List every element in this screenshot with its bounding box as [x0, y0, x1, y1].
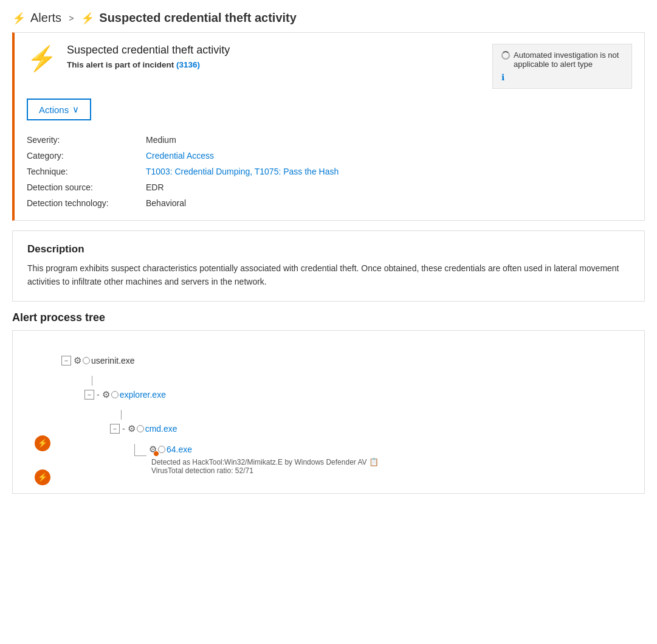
- gear-icon-explorer: ⚙: [102, 389, 110, 400]
- gear-icon-cmd: ⚙: [128, 423, 136, 434]
- incident-link[interactable]: (3136): [176, 60, 200, 69]
- detection-source-value: EDR: [146, 182, 632, 192]
- process-tree-section-title: Alert process tree: [12, 311, 645, 324]
- dash-cmd: -: [122, 424, 125, 434]
- alert-badge-2: ⚡: [35, 469, 50, 485]
- proc-name-explorer[interactable]: explorer.exe: [120, 390, 166, 400]
- alert-badge-1: ⚡: [35, 435, 50, 451]
- breadcrumb-alerts[interactable]: Alerts: [30, 11, 61, 25]
- breadcrumb-separator: >: [69, 13, 74, 23]
- proc-name-64[interactable]: 64.exe: [167, 445, 192, 454]
- virus-total-text: VirusTotal detection ratio: 52/71: [151, 466, 379, 475]
- detection-tech-label: Detection technology:: [27, 198, 136, 208]
- gear-icon-userinit: ⚙: [74, 355, 81, 366]
- technique-link[interactable]: T1003: Credential Dumping, T1075: Pass t…: [146, 167, 339, 176]
- detection-tech-value: Behavioral: [146, 198, 632, 208]
- process-tree: ⚡ ⚡ − ⚙ userinit.exe − - ⚙ explorer.exe …: [31, 345, 626, 475]
- detection-source-label: Detection source:: [27, 182, 136, 192]
- alert-title: Suspected credential theft activity: [67, 44, 230, 57]
- tree-row-explorer: − - ⚙ explorer.exe: [84, 386, 626, 404]
- category-value: Credential Access: [146, 151, 632, 161]
- collapse-explorer[interactable]: −: [84, 390, 94, 400]
- alert-title-block: Suspected credential theft activity This…: [67, 44, 230, 69]
- auto-invest-text: Automated investigation is not applicabl…: [514, 50, 623, 69]
- severity-label: Severity:: [27, 135, 136, 145]
- title-bolt-icon: ⚡: [81, 12, 94, 25]
- alert-icon: ⚡: [27, 46, 57, 71]
- gear-icon-64: ⚙: [149, 444, 157, 455]
- auto-invest-row: Automated investigation is not applicabl…: [501, 50, 623, 69]
- proc-name-userinit: userinit.exe: [91, 356, 135, 365]
- severity-value: Medium: [146, 135, 632, 145]
- l-connector-64: [134, 444, 146, 456]
- proc-circle-explorer: [111, 391, 119, 398]
- process-tree-card: ⚡ ⚡ − ⚙ userinit.exe − - ⚙ explorer.exe …: [12, 330, 645, 494]
- info-icon[interactable]: ℹ: [501, 72, 623, 82]
- collapse-cmd[interactable]: −: [110, 424, 120, 434]
- description-text: This program exhibits suspect characteri…: [27, 261, 630, 289]
- page-header: ⚡ Alerts > ⚡ Suspected credential theft …: [0, 0, 657, 32]
- category-link[interactable]: Credential Access: [146, 151, 214, 161]
- book-icon: 📋: [369, 457, 379, 466]
- actions-label: Actions: [39, 105, 69, 115]
- technique-label: Technique:: [27, 167, 136, 176]
- description-title: Description: [27, 243, 630, 255]
- page-title: Suspected credential theft activity: [99, 11, 297, 25]
- alerts-bolt-icon: ⚡: [12, 12, 26, 25]
- tree-row-userinit: − ⚙ userinit.exe: [61, 351, 626, 370]
- dash-explorer: -: [97, 390, 100, 400]
- alert-card-left: ⚡ Suspected credential theft activity Th…: [27, 44, 230, 71]
- alert-card-header: ⚡ Suspected credential theft activity Th…: [27, 44, 632, 89]
- tree-row-64exe: ⚙ 64.exe Detected as HackTool:Win32/Mimi…: [134, 444, 626, 475]
- spinner-icon: [501, 51, 510, 60]
- details-table: Severity: Medium Category: Credential Ac…: [27, 135, 632, 208]
- vline-2: [121, 410, 626, 420]
- auto-investigation-box: Automated investigation is not applicabl…: [492, 44, 632, 89]
- actions-button[interactable]: Actions ∨: [27, 99, 91, 120]
- proc-name-cmd[interactable]: cmd.exe: [145, 424, 177, 434]
- chevron-down-icon: ∨: [72, 104, 79, 115]
- proc-circle-64: [158, 446, 165, 453]
- tree-row-64exe-wrapper: ⚙ 64.exe Detected as HackTool:Win32/Mimi…: [134, 444, 626, 475]
- alert-card: ⚡ Suspected credential theft activity Th…: [12, 32, 645, 221]
- tree-row-cmd: − - ⚙ cmd.exe: [110, 420, 626, 438]
- malware-indicator: [153, 451, 159, 457]
- description-card: Description This program exhibits suspec…: [12, 230, 645, 302]
- detected-text: Detected as HackTool:Win32/Mimikatz.E by…: [151, 457, 379, 466]
- alert-badges: ⚡ ⚡: [35, 435, 50, 485]
- alert-incident-text: This alert is part of incident (3136): [67, 60, 230, 69]
- detected-info: Detected as HackTool:Win32/Mimikatz.E by…: [149, 457, 379, 475]
- technique-value: T1003: Credential Dumping, T1075: Pass t…: [146, 167, 632, 176]
- category-label: Category:: [27, 151, 136, 161]
- proc-circle-cmd: [137, 425, 144, 432]
- vline-1: [92, 376, 626, 386]
- collapse-userinit[interactable]: −: [61, 356, 71, 365]
- proc-circle-userinit: [83, 357, 90, 364]
